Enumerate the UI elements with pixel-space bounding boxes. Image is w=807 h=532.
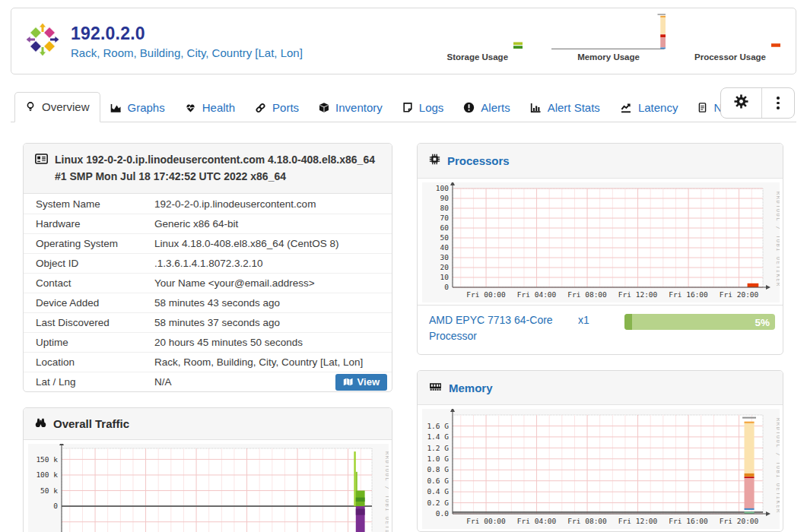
svg-text:RRDTOOL / TOBI OETIKER: RRDTOOL / TOBI OETIKER bbox=[384, 451, 389, 532]
svg-text:Fri 16:00: Fri 16:00 bbox=[669, 517, 708, 525]
more-menu-button[interactable] bbox=[761, 88, 794, 118]
cpu-name-link[interactable]: AMD EPYC 7713 64-Core Processor bbox=[429, 312, 557, 344]
svg-text:1.0 G: 1.0 G bbox=[427, 454, 449, 463]
tab-latency[interactable]: Latency bbox=[610, 93, 688, 122]
svg-text:Fri 08:00: Fri 08:00 bbox=[567, 517, 607, 525]
processors-graph[interactable]: 0102030405060708090100Fri 00:00Fri 04:00… bbox=[418, 179, 783, 305]
processors-panel: Processors 0102030405060708090100Fri 00:… bbox=[417, 143, 783, 355]
sparkline bbox=[771, 42, 780, 62]
svg-text:100: 100 bbox=[436, 184, 449, 192]
memory-title[interactable]: Memory bbox=[449, 382, 493, 394]
svg-text:70: 70 bbox=[440, 214, 450, 222]
processors-header: Processors bbox=[418, 144, 783, 179]
device-title: 192.0.2.0 bbox=[71, 24, 303, 44]
svg-text:Fri 04:00: Fri 04:00 bbox=[517, 290, 557, 299]
row-value: Linux 4.18.0-408.el8.x86_64 (CentOS 8) bbox=[142, 233, 392, 253]
svg-text:0: 0 bbox=[444, 283, 449, 291]
table-row: HardwareGeneric x86 64-bit bbox=[24, 214, 392, 233]
traffic-panel: Overall Traffic 050 k100 k150 kRRDTOOL /… bbox=[23, 407, 392, 532]
table-row: LocationRack, Room, Building, City, Coun… bbox=[24, 352, 392, 372]
svg-text:Fri 12:00: Fri 12:00 bbox=[618, 290, 658, 299]
cube-icon bbox=[319, 102, 329, 113]
gear-icon bbox=[734, 94, 748, 112]
table-row: Operating SystemLinux 4.18.0-408.el8.x86… bbox=[24, 233, 392, 253]
device-header: 192.0.2.0 Rack, Room, Building, City, Co… bbox=[11, 8, 796, 74]
svg-text:0.2 G: 0.2 G bbox=[427, 499, 449, 507]
table-row: Lat / LngN/AView bbox=[24, 372, 392, 391]
mini-graph-processor-usage[interactable]: Processor Usage bbox=[694, 42, 780, 62]
table-row: Last Discovered58 minutes 37 seconds ago bbox=[24, 312, 392, 332]
tab-logs[interactable]: Logs bbox=[392, 93, 454, 122]
lightbulb-icon bbox=[25, 101, 36, 112]
tab-overview[interactable]: Overview bbox=[14, 92, 100, 122]
memory-graph[interactable]: 0.00.2 G0.4 G0.6 G0.8 G1.0 G1.2 G1.4 G1.… bbox=[418, 405, 783, 531]
tab-label: Overview bbox=[42, 100, 90, 113]
line-chart-icon bbox=[620, 103, 632, 113]
area-chart-icon bbox=[110, 103, 122, 113]
binoculars-icon bbox=[35, 416, 46, 431]
tab-inventory[interactable]: Inventory bbox=[309, 93, 392, 122]
tab-health[interactable]: Health bbox=[175, 93, 245, 122]
mini-graph-label: Memory Usage bbox=[577, 52, 640, 62]
tab-label: Alerts bbox=[481, 101, 510, 114]
row-value: 58 minutes 43 seconds ago bbox=[142, 293, 392, 312]
link-icon bbox=[255, 103, 266, 113]
kebab-menu-icon bbox=[775, 94, 781, 111]
tab-label: Ports bbox=[272, 101, 299, 114]
svg-text:0.6 G: 0.6 G bbox=[427, 477, 449, 485]
tab-label: Health bbox=[202, 101, 235, 114]
mini-graph-storage-usage[interactable]: Storage Usage bbox=[447, 42, 523, 62]
table-row: System Name192-0-2-0.ip.linodeuserconten… bbox=[24, 194, 392, 214]
tab-label: Latency bbox=[638, 101, 678, 114]
overview-content: Linux 192-0-2-0.ip.linodeusercontent.com… bbox=[23, 143, 783, 532]
system-info-table: System Name192-0-2-0.ip.linodeuserconten… bbox=[24, 194, 392, 391]
tab-alert-stats[interactable]: Alert Stats bbox=[520, 93, 610, 122]
svg-text:50: 50 bbox=[440, 233, 450, 242]
tab-graphs[interactable]: Graphs bbox=[100, 93, 175, 122]
system-info-header: Linux 192-0-2-0.ip.linodeusercontent.com… bbox=[24, 144, 392, 194]
svg-text:100 k: 100 k bbox=[36, 471, 58, 480]
sparkline bbox=[513, 42, 523, 62]
svg-text:1.4 G: 1.4 G bbox=[427, 432, 449, 441]
svg-text:Fri 00:00: Fri 00:00 bbox=[466, 517, 506, 525]
svg-text:Fri 16:00: Fri 16:00 bbox=[669, 290, 708, 299]
overall-traffic-graph[interactable]: 050 k100 k150 kRRDTOOL / TOBI OETIKER bbox=[24, 440, 392, 532]
header-mini-graphs: Storage UsageMemory UsageProcessor Usage bbox=[447, 13, 796, 69]
cpu-usage-percent: 5% bbox=[755, 316, 770, 328]
sparkline bbox=[551, 13, 666, 52]
map-icon bbox=[343, 378, 353, 386]
system-title: Linux 192-0-2-0.ip.linodeusercontent.com… bbox=[55, 152, 380, 185]
mini-graph-memory-usage[interactable]: Memory Usage bbox=[551, 13, 666, 62]
centos-logo-icon bbox=[25, 22, 60, 60]
mini-graph-label: Storage Usage bbox=[447, 52, 509, 62]
heartbeat-icon bbox=[185, 103, 196, 113]
cpu-count: x1 bbox=[578, 314, 589, 344]
tab-alerts[interactable]: Alerts bbox=[453, 93, 519, 122]
row-label: Last Discovered bbox=[24, 312, 142, 332]
settings-button[interactable] bbox=[721, 88, 761, 118]
tab-actions-group bbox=[720, 87, 795, 119]
note-icon bbox=[402, 102, 413, 113]
svg-text:80: 80 bbox=[440, 204, 450, 212]
device-tabbar: OverviewGraphsHealthPortsInventoryLogsAl… bbox=[11, 90, 796, 122]
tab-label: Logs bbox=[419, 101, 444, 114]
device-location-link[interactable]: Rack, Room, Building, City, Country [Lat… bbox=[71, 46, 303, 59]
row-label: Location bbox=[24, 352, 142, 372]
svg-text:60: 60 bbox=[440, 223, 450, 232]
row-label: Hardware bbox=[24, 214, 142, 233]
memory-panel: Memory 0.00.2 G0.4 G0.6 G0.8 G1.0 G1.2 G… bbox=[417, 370, 783, 532]
traffic-header: Overall Traffic bbox=[24, 408, 392, 440]
system-info-panel: Linux 192-0-2-0.ip.linodeusercontent.com… bbox=[23, 143, 392, 392]
row-label: Contact bbox=[24, 273, 142, 293]
processors-title[interactable]: Processors bbox=[447, 154, 510, 167]
row-value: 20 hours 45 minutes 50 seconds bbox=[142, 332, 392, 352]
cpu-row: AMD EPYC 7713 64-Core Processor x1 5% bbox=[418, 305, 783, 354]
memory-icon bbox=[429, 381, 442, 394]
file-lines-icon bbox=[697, 102, 707, 113]
svg-text:RRDTOOL / TOBI OETIKER: RRDTOOL / TOBI OETIKER bbox=[775, 418, 780, 514]
svg-text:0: 0 bbox=[53, 502, 58, 511]
row-label: System Name bbox=[24, 194, 142, 214]
view-button[interactable]: View bbox=[335, 374, 387, 391]
tab-ports[interactable]: Ports bbox=[245, 93, 309, 122]
row-label: Object ID bbox=[24, 253, 142, 273]
